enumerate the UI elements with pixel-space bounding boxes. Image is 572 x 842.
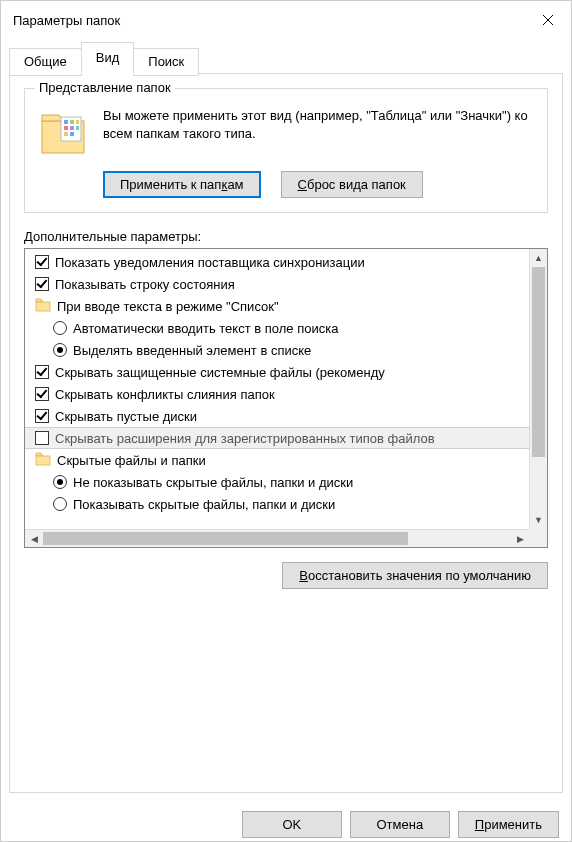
horizontal-scrollbar[interactable]: ◀ ▶ [25, 529, 529, 547]
dialog-body: Общие Вид Поиск Представление папок [1, 39, 571, 801]
close-icon [542, 14, 554, 26]
radio-icon[interactable] [53, 321, 67, 335]
tab-general[interactable]: Общие [9, 48, 82, 76]
tree-item-label: При вводе текста в режиме "Список" [57, 299, 279, 314]
advanced-label: Дополнительные параметры: [24, 229, 548, 244]
radio-icon[interactable] [53, 497, 67, 511]
tabstrip: Общие Вид Поиск [9, 41, 563, 73]
tree-item[interactable]: Скрывать пустые диски [25, 405, 529, 427]
vertical-scroll-thumb[interactable] [532, 267, 545, 457]
tree-item-label: Показывать строку состояния [55, 277, 235, 292]
tree-item[interactable]: Автоматически вводить текст в поле поиск… [25, 317, 529, 339]
cancel-button[interactable]: Отмена [350, 811, 450, 838]
tree-item-label: Выделять введенный элемент в списке [73, 343, 311, 358]
close-button[interactable] [525, 1, 571, 39]
checkbox-icon[interactable] [35, 431, 49, 445]
tree-item-label: Скрытые файлы и папки [57, 453, 206, 468]
tree-item[interactable]: Выделять введенный элемент в списке [25, 339, 529, 361]
advanced-settings-tree[interactable]: Показать уведомления поставщика синхрони… [24, 248, 548, 548]
tree-item-label: Скрывать конфликты слияния папок [55, 387, 275, 402]
reset-folders-button[interactable]: Сброс вида папок [281, 171, 423, 198]
tree-item[interactable]: Скрывать конфликты слияния папок [25, 383, 529, 405]
svg-rect-8 [70, 126, 74, 130]
svg-rect-9 [76, 126, 79, 130]
svg-rect-4 [64, 120, 68, 124]
tree-item-label: Показывать скрытые файлы, папки и диски [73, 497, 335, 512]
tree-item[interactable]: Показывать скрытые файлы, папки и диски [25, 493, 529, 515]
tabpanel-view: Представление папок Вы можете применить … [9, 73, 563, 793]
tree-item[interactable]: При вводе текста в режиме "Список" [25, 295, 529, 317]
folder-icon [35, 452, 57, 469]
svg-rect-6 [76, 120, 79, 124]
tree-item-label: Не показывать скрытые файлы, папки и дис… [73, 475, 353, 490]
checkbox-icon[interactable] [35, 409, 49, 423]
tree-item[interactable]: Скрытые файлы и папки [25, 449, 529, 471]
folder-views-group: Представление папок Вы можете применить … [24, 88, 548, 213]
titlebar: Параметры папок [1, 1, 571, 39]
scroll-down-icon[interactable]: ▼ [530, 511, 547, 529]
apply-button[interactable]: Применить [458, 811, 559, 838]
dialog-footer: OK Отмена Применить [1, 801, 571, 842]
tree-item-label: Автоматически вводить текст в поле поиск… [73, 321, 338, 336]
tree-item[interactable]: Показать уведомления поставщика синхрони… [25, 251, 529, 273]
svg-rect-13 [36, 456, 50, 465]
window-title: Параметры папок [13, 13, 120, 28]
svg-rect-12 [36, 302, 50, 311]
folder-icon [35, 298, 57, 315]
checkbox-icon[interactable] [35, 387, 49, 401]
folder-template-icon [39, 109, 87, 157]
tab-view[interactable]: Вид [81, 42, 135, 74]
vertical-scrollbar[interactable]: ▲ ▼ [529, 249, 547, 529]
tree-item-label: Скрывать пустые диски [55, 409, 197, 424]
restore-defaults-button[interactable]: Восстановить значения по умолчанию [282, 562, 548, 589]
scroll-up-icon[interactable]: ▲ [530, 249, 547, 267]
tree-item[interactable]: Скрывать расширения для зарегистрированн… [25, 427, 529, 449]
svg-rect-7 [64, 126, 68, 130]
tree-item[interactable]: Показывать строку состояния [25, 273, 529, 295]
tab-search[interactable]: Поиск [133, 48, 199, 76]
scroll-corner [529, 529, 547, 547]
folder-views-description: Вы можете применить этот вид (например, … [103, 107, 533, 142]
scroll-left-icon[interactable]: ◀ [25, 530, 43, 547]
folder-views-legend: Представление папок [35, 80, 175, 95]
tree-item-label: Показать уведомления поставщика синхрони… [55, 255, 365, 270]
ok-button[interactable]: OK [242, 811, 342, 838]
radio-icon[interactable] [53, 475, 67, 489]
svg-rect-10 [64, 132, 68, 136]
checkbox-icon[interactable] [35, 277, 49, 291]
checkbox-icon[interactable] [35, 255, 49, 269]
svg-rect-5 [70, 120, 74, 124]
tree-item-label: Скрывать расширения для зарегистрированн… [55, 431, 435, 446]
radio-icon[interactable] [53, 343, 67, 357]
scroll-right-icon[interactable]: ▶ [511, 530, 529, 547]
tree-viewport: Показать уведомления поставщика синхрони… [25, 249, 529, 529]
apply-to-folders-button[interactable]: Применить к папкам [103, 171, 261, 198]
horizontal-scroll-thumb[interactable] [43, 532, 408, 545]
tree-item[interactable]: Не показывать скрытые файлы, папки и дис… [25, 471, 529, 493]
checkbox-icon[interactable] [35, 365, 49, 379]
tree-item-label: Скрывать защищенные системные файлы (рек… [55, 365, 385, 380]
tree-item[interactable]: Скрывать защищенные системные файлы (рек… [25, 361, 529, 383]
svg-rect-11 [70, 132, 74, 136]
